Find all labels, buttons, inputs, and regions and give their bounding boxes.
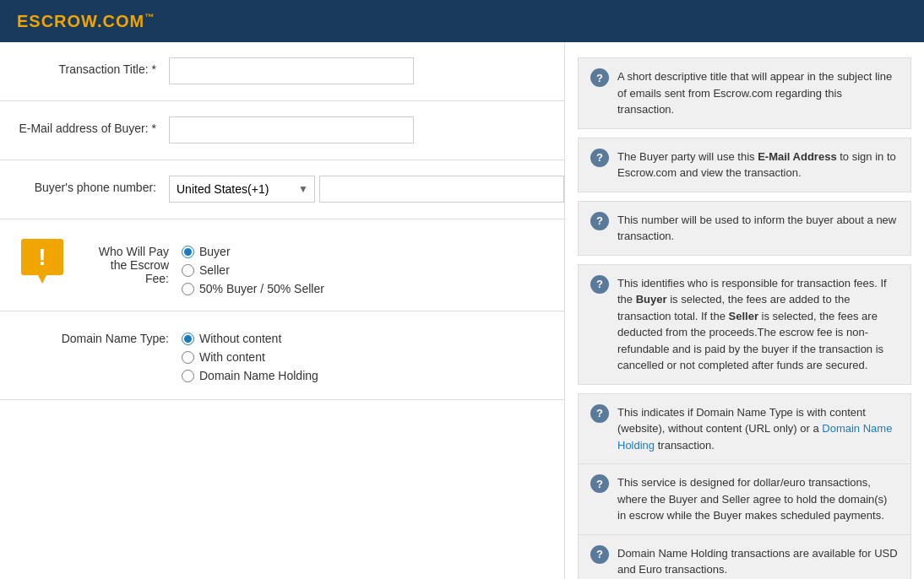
phone-number-input[interactable] [319, 176, 564, 203]
domain-type-label: Domain Name Type: [0, 328, 182, 345]
phone-label: Buyer's phone number: [0, 176, 169, 194]
phone-input-wrapper: United States(+1) United Kingdom(+44) Ca… [169, 176, 564, 203]
domain-type-question-icon-3[interactable]: ? [590, 545, 609, 564]
radio-buyer[interactable] [182, 246, 194, 258]
escrow-fee-row: ! Who Will Pay the Escrow Fee: Buyer [0, 219, 564, 311]
radio-domain-holding-text: Domain Name Holding [199, 369, 318, 382]
phone-country-select[interactable]: United States(+1) United Kingdom(+44) Ca… [169, 176, 315, 203]
radio-buyer-label[interactable]: Buyer [182, 245, 324, 258]
escrow-fee-label: Who Will Pay the Escrow Fee: [84, 241, 182, 285]
escrow-fee-question-icon[interactable]: ? [590, 275, 609, 294]
radio-domain-holding[interactable] [182, 370, 194, 382]
buyer-bold: Buyer [636, 293, 667, 306]
phone-row: Buyer's phone number: United States(+1) … [0, 160, 564, 219]
radio-with-content-text: With content [199, 350, 265, 364]
domain-type-info-2: ? This service is designed for dollar/eu… [579, 464, 910, 535]
domain-type-info-text-3: Domain Name Holding transactions are ava… [617, 545, 899, 578]
email-info-text: The Buyer party will use this E-Mail Add… [617, 149, 899, 181]
phone-info: ? This number will be used to inform the… [579, 202, 910, 255]
transaction-title-label: Transaction Title: * [0, 57, 169, 76]
domain-inner: Domain Name Type: Without content With c… [0, 328, 564, 382]
email-info: ? The Buyer party will use this E-Mail A… [579, 138, 910, 192]
seller-bold: Seller [729, 310, 758, 322]
page-wrapper: ESCROW.COM™ Transaction Title: * E-Mail … [0, 0, 924, 579]
domain-type-options: Without content With content Domain Name… [182, 328, 318, 382]
radio-domain-holding-label[interactable]: Domain Name Holding [182, 369, 318, 382]
phone-group: United States(+1) United Kingdom(+44) Ca… [169, 176, 564, 203]
radio-without-content-label[interactable]: Without content [182, 332, 318, 345]
domain-type-info-text-2: This service is designed for dollar/euro… [617, 474, 899, 524]
email-question-icon[interactable]: ? [590, 149, 609, 167]
transaction-title-input[interactable] [169, 57, 414, 84]
phone-info-text: This number will be used to inform the b… [617, 212, 899, 245]
form-column: Transaction Title: * E-Mail address of B… [0, 42, 565, 579]
radio-with-content[interactable] [182, 351, 194, 364]
radio-5050[interactable] [182, 283, 194, 295]
domain-type-info-group: ? This indicates if Domain Name Type is … [578, 393, 911, 580]
radio-with-content-label[interactable]: With content [182, 350, 318, 364]
email-bold: E-Mail Address [758, 150, 836, 163]
radio-buyer-text: Buyer [199, 245, 231, 258]
escrow-fee-options: Buyer Seller 50% Buyer / 50% Seller [182, 241, 324, 295]
radio-without-content-text: Without content [199, 332, 281, 345]
email-label: E-Mail address of Buyer: * [0, 116, 169, 135]
transaction-title-info-text: A short descriptive title that will appe… [617, 68, 899, 118]
logo-tm: ™ [144, 12, 155, 22]
email-row: E-Mail address of Buyer: * [0, 101, 564, 160]
logo-text: ESCROW.COM [17, 12, 144, 30]
header: ESCROW.COM™ [0, 0, 924, 42]
domain-type-info-1: ? This indicates if Domain Name Type is … [579, 394, 910, 465]
domain-type-info-3: ? Domain Name Holding transactions are a… [579, 535, 910, 580]
transaction-title-question-icon[interactable]: ? [590, 68, 609, 87]
radio-5050-text: 50% Buyer / 50% Seller [199, 282, 324, 295]
phone-country-wrapper: United States(+1) United Kingdom(+44) Ca… [169, 176, 315, 203]
phone-info-group: ? This number will be used to inform the… [578, 201, 911, 256]
domain-type-row: Domain Name Type: Without content With c… [0, 311, 564, 400]
radio-seller-label[interactable]: Seller [182, 263, 324, 277]
radio-seller[interactable] [182, 264, 194, 277]
escrow-fee-info-group: ? This identifies who is responsible for… [578, 264, 911, 385]
info-column: ? A short descriptive title that will ap… [565, 42, 924, 579]
domain-type-info-text-1: This indicates if Domain Name Type is wi… [617, 404, 899, 454]
email-info-group: ? The Buyer party will use this E-Mail A… [578, 138, 911, 192]
domain-type-question-icon-1[interactable]: ? [590, 404, 609, 423]
transaction-title-input-wrapper [169, 57, 564, 84]
radio-without-content[interactable] [182, 333, 194, 345]
notification-icon: ! [17, 235, 68, 290]
page-content: Transaction Title: * E-Mail address of B… [0, 42, 924, 579]
domain-name-holding-link[interactable]: Domain Name Holding [617, 422, 892, 452]
escrow-fee-info: ? This identifies who is responsible for… [579, 265, 910, 384]
radio-5050-label[interactable]: 50% Buyer / 50% Seller [182, 282, 324, 295]
transaction-title-info: ? A short descriptive title that will ap… [579, 58, 910, 128]
transaction-title-row: Transaction Title: * [0, 42, 564, 101]
logo: ESCROW.COM™ [17, 12, 155, 31]
phone-question-icon[interactable]: ? [590, 212, 609, 230]
transaction-title-info-group: ? A short descriptive title that will ap… [578, 57, 911, 129]
email-input-wrapper [169, 116, 564, 143]
email-input[interactable] [169, 116, 414, 143]
escrow-fee-info-text: This identifies who is responsible for t… [617, 275, 899, 374]
radio-seller-text: Seller [199, 263, 230, 277]
svg-text:!: ! [38, 244, 46, 270]
domain-type-question-icon-2[interactable]: ? [590, 474, 609, 493]
